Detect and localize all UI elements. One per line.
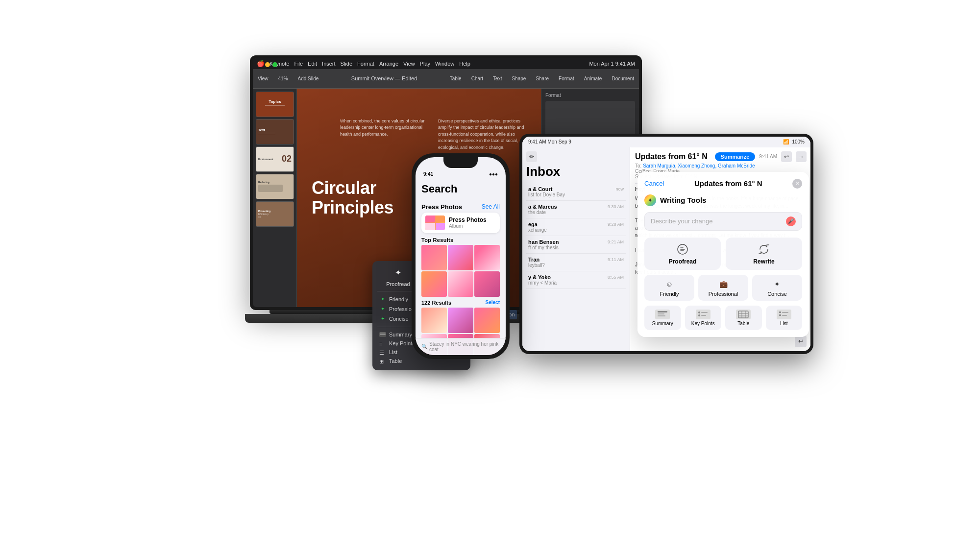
photo-cell[interactable] xyxy=(448,245,473,270)
slide-sidebar: Topics Text xyxy=(253,89,297,307)
iphone-search-bar-bottom[interactable]: 🔍 Stacey in NYC wearing her pink coat xyxy=(416,338,506,355)
results-count: 122 Results xyxy=(421,300,451,306)
microphone-icon[interactable]: 🎤 xyxy=(786,216,796,226)
see-all-link[interactable]: See All xyxy=(482,203,500,210)
toolbar-animate[interactable]: Animate xyxy=(584,76,602,81)
friendly-label: Friendly xyxy=(660,291,679,297)
proofread-icon xyxy=(676,242,689,256)
iphone: 9:41 ●●● Search Press Photos See All xyxy=(412,153,510,359)
toolbar-add-slide[interactable]: Add Slide xyxy=(298,76,319,81)
slide-thumb-5[interactable]: Promoting Efficiency 04 xyxy=(256,201,294,227)
select-btn[interactable]: Select xyxy=(486,300,500,305)
slide-text-block: Circular Principles xyxy=(312,178,393,217)
wt-table-btn[interactable]: Table xyxy=(725,306,762,330)
wt-close-button[interactable]: ✕ xyxy=(792,179,802,189)
toolbar-table[interactable]: Table xyxy=(450,76,462,81)
summarize-button[interactable]: Summarize xyxy=(715,152,756,161)
professional-icon: 💼 xyxy=(718,279,729,289)
search-placeholder: Stacey in NYC wearing her pink coat xyxy=(429,341,500,352)
menu-edit[interactable]: Edit xyxy=(308,61,317,67)
slide-thumb-3[interactable]: Environment 02 xyxy=(256,146,294,172)
ipad-mail-sidebar: ✏ Inbox a & Courtnow list for Doyle Bay … xyxy=(522,147,630,351)
wt-concise-btn[interactable]: ✦ Concise xyxy=(752,275,802,301)
toolbar-format[interactable]: Format xyxy=(559,76,574,81)
wt-rewrite-btn[interactable]: Rewrite xyxy=(726,238,802,270)
ipad-mail-content: ✏ Inbox a & Courtnow list for Doyle Bay … xyxy=(522,147,810,351)
menu-time: Mon Apr 1 9:41 AM xyxy=(589,61,635,67)
professional-icon: ✦ xyxy=(379,306,386,312)
toolbar-zoom[interactable]: 41% xyxy=(278,76,288,81)
toolbar-document[interactable]: Document xyxy=(612,76,634,81)
photo-cell[interactable] xyxy=(474,271,500,297)
close-button[interactable] xyxy=(258,62,263,67)
email-item-4[interactable]: han Bensen9:21 AM ft of my thesis xyxy=(526,236,626,254)
album-type: Album xyxy=(449,223,487,229)
wt-proofread-btn[interactable]: Proofread xyxy=(644,238,721,270)
svg-rect-1 xyxy=(658,311,667,312)
menu-play[interactable]: Play xyxy=(420,61,430,67)
photo-cell[interactable] xyxy=(421,245,447,270)
wt-format-buttons: Summary Key Points xyxy=(644,306,802,330)
wt-friendly-btn[interactable]: ☺ Friendly xyxy=(644,275,694,301)
iphone-screen: 9:41 ●●● Search Press Photos See All xyxy=(416,157,506,355)
wt-summary-btn[interactable]: Summary xyxy=(644,306,681,330)
toolbar-text[interactable]: Text xyxy=(493,76,502,81)
summary-icon xyxy=(655,310,670,319)
email-item-5[interactable]: Tran9:11 AM leyball? xyxy=(526,254,626,271)
table-label: Table xyxy=(737,321,749,326)
slide-thumb-1[interactable]: Topics xyxy=(256,92,294,117)
wt-cancel-button[interactable]: Cancel xyxy=(644,180,664,187)
wt-keypoints-btn[interactable]: Key Points xyxy=(685,306,722,330)
slide-title: Circular Principles xyxy=(312,178,393,217)
slide-thumb-4[interactable]: Reducing xyxy=(256,174,294,199)
forward-icon[interactable]: → xyxy=(796,151,807,162)
compose-icon[interactable]: ✏ xyxy=(526,151,537,162)
email-to: To: Sarah Murguia, Xiaomeng Zhong, Graha… xyxy=(635,163,806,168)
proofread-icon: ✦ xyxy=(392,266,405,280)
summary-icon xyxy=(379,332,386,337)
menu-file[interactable]: File xyxy=(294,61,303,67)
album-card[interactable]: Press Photos Album xyxy=(421,213,500,233)
menu-slide[interactable]: Slide xyxy=(341,61,352,67)
wt-input-row[interactable]: Describe your change 🎤 xyxy=(644,212,802,231)
email-item-3[interactable]: ega9:28 AM xchange xyxy=(526,218,626,236)
menu-view[interactable]: View xyxy=(403,61,415,67)
toolbar-shape[interactable]: Shape xyxy=(512,76,526,81)
toolbar-chart[interactable]: Chart xyxy=(471,76,483,81)
album-thumb xyxy=(425,216,445,230)
photo-cell[interactable] xyxy=(421,271,447,297)
photo-cell[interactable] xyxy=(474,245,500,270)
keynote-toolbar: View 41% Add Slide Summit Overview — Edi… xyxy=(253,69,639,89)
signal-icon: ●●● xyxy=(489,171,498,177)
photo-cell[interactable] xyxy=(448,271,473,297)
email-item-1[interactable]: a & Courtnow list for Doyle Bay xyxy=(526,183,626,201)
fullscreen-button[interactable] xyxy=(272,62,277,67)
email-item-2[interactable]: a & Marcus9:30 AM the date xyxy=(526,201,626,218)
menu-help[interactable]: Help xyxy=(459,61,470,67)
minimize-button[interactable] xyxy=(265,62,270,67)
menu-arrange[interactable]: Arrange xyxy=(379,61,398,67)
email-item-6[interactable]: y & Yoko8:55 AM mmy < Maria xyxy=(526,271,626,289)
photo-cell[interactable] xyxy=(421,308,447,333)
ipad-top-actions: Summarize 9:41 AM ↩ → xyxy=(715,151,807,162)
album-info: Press Photos Album xyxy=(449,216,487,229)
menu-format[interactable]: Format xyxy=(357,61,374,67)
reply-bottom-icon[interactable]: ↩ xyxy=(795,335,807,347)
wt-professional-btn[interactable]: 💼 Professional xyxy=(698,275,748,301)
document-title: Summit Overview — Edited xyxy=(351,75,417,81)
svg-rect-7 xyxy=(701,315,706,316)
slide-thumb-2[interactable]: Text xyxy=(256,119,294,144)
list-label: List xyxy=(780,321,788,326)
wt-list-btn[interactable]: List xyxy=(766,306,803,330)
svg-rect-13 xyxy=(779,311,781,313)
photo-cell[interactable] xyxy=(474,308,500,333)
toolbar-share[interactable]: Share xyxy=(536,76,549,81)
toolbar-view[interactable]: View xyxy=(258,76,269,81)
photo-cell[interactable] xyxy=(448,308,473,333)
menu-insert[interactable]: Insert xyxy=(322,61,336,67)
reply-icon[interactable]: ↩ xyxy=(781,151,792,162)
menu-window[interactable]: Window xyxy=(435,61,454,67)
ipad-screen: 9:41 AM Mon Sep 9 📶 100% ✏ Inbox a & Cou… xyxy=(522,137,810,351)
slide-right-text: Diverse perspectives and ethical practic… xyxy=(438,118,531,151)
menu-items: Keynote File Edit Insert Slide Format Ar… xyxy=(270,61,470,67)
